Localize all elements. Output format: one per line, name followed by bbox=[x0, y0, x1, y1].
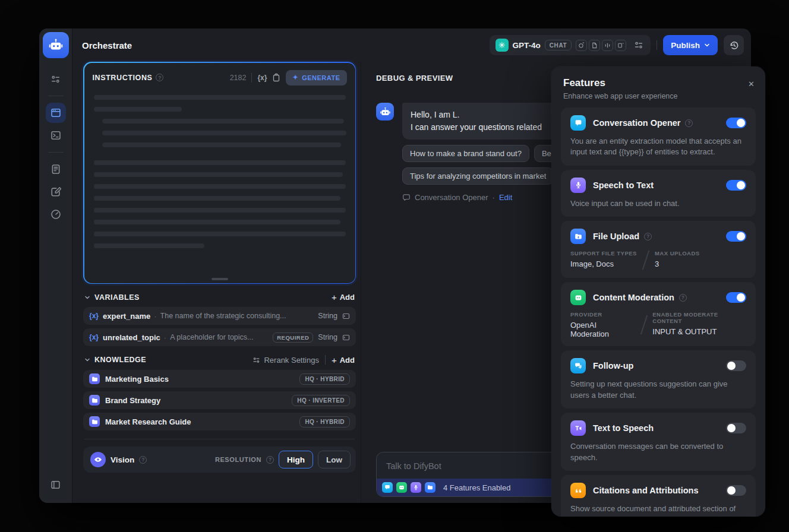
version-history-button[interactable] bbox=[724, 35, 744, 55]
char-count: 2182 bbox=[230, 74, 247, 82]
collapse-sidebar-icon[interactable] bbox=[46, 474, 66, 495]
help-icon[interactable]: ? bbox=[266, 456, 274, 464]
knowledge-name: Brand Strategy bbox=[105, 396, 160, 405]
resolution-low-button[interactable]: Low bbox=[318, 451, 351, 468]
add-knowledge-button[interactable]: +Add bbox=[332, 356, 355, 365]
help-icon[interactable]: ? bbox=[156, 74, 163, 81]
sparkle-icon: ✦ bbox=[292, 74, 298, 81]
meta-col: ENABLED MODERATE CONTENT INPUT & OUTPUT bbox=[652, 311, 746, 338]
terminal-icon[interactable] bbox=[46, 125, 66, 145]
help-icon[interactable]: ? bbox=[685, 119, 693, 127]
follow-up-toggle[interactable] bbox=[726, 360, 746, 371]
resolution-label: RESOLUTION bbox=[215, 456, 261, 463]
meta-slash-divider bbox=[637, 250, 655, 270]
speech-to-text-toggle[interactable] bbox=[726, 180, 746, 191]
feature-description: Setting up next questions suggestion can… bbox=[570, 379, 746, 401]
meta-label: ENABLED MODERATE CONTENT bbox=[652, 311, 746, 324]
monitoring-icon[interactable] bbox=[46, 204, 66, 224]
instructions-text-skeleton[interactable] bbox=[93, 86, 347, 248]
resolution-high-button[interactable]: High bbox=[279, 451, 313, 468]
add-label: Add bbox=[340, 356, 355, 365]
rerank-label: Rerank Settings bbox=[264, 356, 319, 365]
knowledge-row[interactable]: Brand Strategy HQ · INVERTED bbox=[83, 391, 356, 409]
add-variable-button[interactable]: +Add bbox=[332, 293, 355, 302]
conversation-opener-mini-icon bbox=[382, 482, 393, 493]
features-subtitle: Enhance web app user experience bbox=[563, 92, 753, 100]
chevron-down-icon[interactable] bbox=[84, 357, 90, 363]
text-to-speech-icon bbox=[570, 420, 586, 436]
rail-divider bbox=[48, 96, 64, 96]
instructions-card: INSTRUCTIONS ? 2182 {x} ✦ GENERATE bbox=[83, 62, 356, 284]
field-type-icon[interactable] bbox=[342, 312, 350, 320]
dataset-folder-icon bbox=[89, 395, 100, 406]
plus-icon: + bbox=[332, 356, 337, 365]
rail-divider bbox=[48, 152, 64, 153]
variable-row[interactable]: {x} unrelated_topic · A placeholder for … bbox=[83, 328, 356, 346]
left-rail bbox=[39, 28, 72, 503]
variables-label: VARIABLES bbox=[94, 293, 140, 302]
citations-toggle[interactable] bbox=[726, 485, 746, 496]
publish-button[interactable]: Publish bbox=[663, 35, 718, 55]
sliders-icon[interactable] bbox=[46, 69, 66, 89]
model-name: GPT-4o bbox=[513, 41, 541, 50]
variable-type: String bbox=[318, 312, 337, 320]
field-type-icon[interactable] bbox=[342, 334, 350, 341]
feature-card-file-upload: File Upload ? SUPPORT FILE TYPES Image, … bbox=[561, 221, 756, 278]
feature-title: Speech to Text bbox=[593, 180, 654, 190]
content-moderation-icon bbox=[570, 290, 586, 305]
model-selector[interactable]: ✳ GPT-4o CHAT bbox=[490, 35, 651, 55]
knowledge-row[interactable]: Market Research Guide HQ · HYBRID bbox=[83, 413, 356, 430]
file-upload-toggle[interactable] bbox=[726, 231, 746, 242]
chevron-down-icon[interactable] bbox=[84, 294, 90, 300]
copy-icon[interactable] bbox=[272, 73, 280, 82]
chevron-down-icon bbox=[704, 42, 710, 48]
top-bar: Orchestrate ✳ GPT-4o CHAT bbox=[72, 28, 751, 62]
suggested-question-chip[interactable]: Tips for analyzing competitors in market bbox=[402, 167, 554, 185]
feature-card-conversation-opener: Conversation Opener ? You are an entity … bbox=[561, 107, 756, 166]
text-to-speech-toggle[interactable] bbox=[726, 423, 746, 433]
variable-description: A placeholder for topics... bbox=[170, 333, 253, 341]
rerank-settings-button[interactable]: Rerank Settings bbox=[253, 356, 319, 365]
model-settings-icon[interactable] bbox=[630, 40, 645, 50]
variable-description: The name of the strategic consulting... bbox=[160, 312, 286, 320]
annotation-icon[interactable] bbox=[46, 182, 66, 202]
conversation-opener-toggle[interactable] bbox=[726, 118, 746, 128]
variable-row[interactable]: {x} expert_name · The name of the strate… bbox=[83, 307, 356, 325]
suggested-question-chip[interactable]: How to make a brand stand out? bbox=[402, 145, 529, 162]
feature-title: Conversation Opener bbox=[593, 118, 680, 128]
feature-card-speech-to-text: Speech to Text Voice input can be used i… bbox=[561, 170, 756, 217]
meta-label: PROVIDER bbox=[570, 311, 635, 318]
meta-col: PROVIDER OpenAI Moderation bbox=[570, 311, 635, 338]
feature-card-content-moderation: Content Moderation ? PROVIDER OpenAI Mod… bbox=[561, 282, 756, 346]
speech-capability-icon bbox=[615, 40, 626, 51]
knowledge-badge: HQ · INVERTED bbox=[292, 395, 350, 406]
orchestrate-tab-icon[interactable] bbox=[46, 103, 66, 123]
feature-title: Text to Speech bbox=[593, 423, 654, 433]
feature-card-follow-up: Follow-up Setting up next questions sugg… bbox=[561, 350, 756, 408]
dataset-folder-icon bbox=[89, 373, 100, 384]
logs-icon[interactable] bbox=[46, 159, 66, 179]
edit-opener-link[interactable]: Edit bbox=[499, 193, 512, 202]
features-panel: Features Enhance web app user experience… bbox=[551, 66, 765, 517]
publish-label: Publish bbox=[671, 41, 700, 50]
knowledge-row[interactable]: Marketing Basics HQ · HYBRID bbox=[83, 370, 356, 388]
meta-slash-divider bbox=[635, 311, 652, 338]
meta-label: SUPPORT FILE TYPES bbox=[570, 250, 637, 256]
content-moderation-toggle[interactable] bbox=[726, 292, 746, 303]
close-icon[interactable]: ✕ bbox=[748, 80, 755, 88]
vision-eye-icon bbox=[90, 452, 106, 467]
meta-col: MAX UPLOADS 3 bbox=[655, 250, 700, 270]
knowledge-name: Marketing Basics bbox=[105, 375, 169, 384]
generate-button[interactable]: ✦ GENERATE bbox=[286, 70, 346, 86]
dataset-folder-icon bbox=[89, 416, 100, 427]
help-icon[interactable]: ? bbox=[679, 294, 687, 302]
variable-insert-icon[interactable]: {x} bbox=[257, 74, 267, 82]
help-icon[interactable]: ? bbox=[139, 456, 147, 464]
document-capability-icon bbox=[589, 40, 600, 51]
help-icon[interactable]: ? bbox=[644, 233, 652, 240]
model-mode-badge: CHAT bbox=[545, 40, 572, 50]
app-logo-robot-icon[interactable] bbox=[43, 32, 69, 58]
knowledge-name: Market Research Guide bbox=[105, 417, 191, 426]
features-enabled-label: 4 Features Enabled bbox=[443, 483, 510, 492]
resize-handle[interactable] bbox=[212, 278, 228, 280]
